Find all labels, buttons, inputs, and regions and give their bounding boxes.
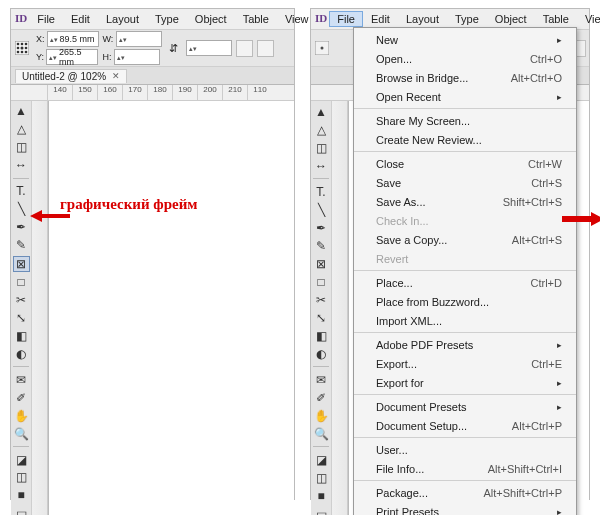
right-window: ID File Edit Layout Type Object Table Vi… bbox=[310, 8, 590, 500]
tool-divider bbox=[313, 446, 329, 447]
reference-point-icon[interactable] bbox=[14, 40, 30, 56]
line-tool[interactable]: ╲ bbox=[313, 202, 329, 217]
menu-object[interactable]: Object bbox=[487, 11, 535, 27]
menu-item-open[interactable]: Open...Ctrl+O bbox=[354, 49, 576, 68]
close-icon[interactable]: ✕ bbox=[112, 71, 120, 81]
menu-item-document-presets[interactable]: Document Presets▸ bbox=[354, 397, 576, 416]
zoom-tool[interactable]: 🔍 bbox=[313, 426, 329, 441]
scale-x-field[interactable]: ▴▾ bbox=[186, 40, 232, 56]
canvas[interactable] bbox=[48, 101, 294, 515]
free-transform-tool[interactable]: ⤡ bbox=[13, 311, 29, 326]
rectangle-tool[interactable]: □ bbox=[313, 274, 329, 289]
svg-point-5 bbox=[21, 47, 24, 50]
menu-file-active[interactable]: File bbox=[329, 11, 363, 27]
document-tab[interactable]: Untitled-2 @ 102% ✕ bbox=[15, 69, 127, 83]
menu-file[interactable]: File bbox=[29, 11, 63, 27]
gradient-feather-tool[interactable]: ◐ bbox=[313, 346, 329, 361]
menu-table[interactable]: Table bbox=[235, 11, 277, 27]
menu-item-save-a-copy[interactable]: Save a Copy...Alt+Ctrl+S bbox=[354, 230, 576, 249]
menu-item-save[interactable]: SaveCtrl+S bbox=[354, 173, 576, 192]
direct-selection-tool[interactable]: △ bbox=[313, 122, 329, 137]
scissors-tool[interactable]: ✂ bbox=[13, 293, 29, 308]
default-fill-stroke[interactable]: ◫ bbox=[313, 470, 329, 485]
menu-item-open-recent[interactable]: Open Recent▸ bbox=[354, 87, 576, 106]
x-field[interactable]: ▴▾89.5 mm bbox=[47, 31, 99, 47]
menu-item-document-setup[interactable]: Document Setup...Alt+Ctrl+P bbox=[354, 416, 576, 435]
menu-layout[interactable]: Layout bbox=[398, 11, 447, 27]
page-tool[interactable]: ◫ bbox=[313, 140, 329, 155]
menu-table[interactable]: Table bbox=[535, 11, 577, 27]
scissors-tool[interactable]: ✂ bbox=[313, 292, 329, 307]
menu-object[interactable]: Object bbox=[187, 11, 235, 27]
menu-item-place-from-buzzword[interactable]: Place from Buzzword... bbox=[354, 292, 576, 311]
menu-item-label: Save a Copy... bbox=[376, 234, 512, 246]
menu-layout[interactable]: Layout bbox=[98, 11, 147, 27]
rectangle-frame-tool[interactable]: ⊠ bbox=[313, 256, 329, 271]
menu-item-close[interactable]: CloseCtrl+W bbox=[354, 154, 576, 173]
link-icon[interactable]: ⇵ bbox=[166, 40, 182, 56]
gradient-swatch-tool[interactable]: ◧ bbox=[13, 328, 29, 343]
menu-item-label: Import XML... bbox=[376, 315, 562, 327]
menu-item-file-info[interactable]: File Info...Alt+Shift+Ctrl+I bbox=[354, 459, 576, 478]
menu-edit[interactable]: Edit bbox=[63, 11, 98, 27]
menu-type[interactable]: Type bbox=[447, 11, 487, 27]
rotate-icon[interactable] bbox=[257, 40, 274, 57]
pen-tool[interactable]: ✒ bbox=[313, 220, 329, 235]
fill-stroke[interactable]: ◪ bbox=[313, 452, 329, 467]
screen-mode[interactable]: ▭ bbox=[13, 506, 29, 515]
menu-item-new[interactable]: New▸ bbox=[354, 30, 576, 49]
eyedropper-tool[interactable]: ✐ bbox=[13, 390, 29, 405]
h-field[interactable]: ▴▾ bbox=[114, 49, 160, 65]
default-fill-stroke[interactable]: ◫ bbox=[13, 470, 29, 485]
y-field[interactable]: ▴▾265.5 mm bbox=[46, 49, 98, 65]
direct-selection-tool[interactable]: △ bbox=[13, 122, 29, 137]
gap-tool[interactable]: ↔ bbox=[313, 158, 329, 173]
gradient-swatch-tool[interactable]: ◧ bbox=[313, 328, 329, 343]
menu-item-share-my-screen[interactable]: Share My Screen... bbox=[354, 111, 576, 130]
menu-item-package[interactable]: Package...Alt+Shift+Ctrl+P bbox=[354, 483, 576, 502]
hand-tool[interactable]: ✋ bbox=[313, 408, 329, 423]
note-tool[interactable]: ✉ bbox=[13, 372, 29, 387]
zoom-tool[interactable]: 🔍 bbox=[13, 426, 29, 441]
rectangle-frame-tool[interactable]: ⊠ bbox=[13, 256, 30, 272]
file-menu-dropdown[interactable]: New▸Open...Ctrl+OBrowse in Bridge...Alt+… bbox=[353, 27, 577, 515]
type-tool[interactable]: T. bbox=[313, 184, 329, 199]
apply-color[interactable]: ■ bbox=[313, 488, 329, 503]
selection-tool[interactable]: ▲ bbox=[13, 104, 29, 119]
svg-point-1 bbox=[17, 43, 20, 46]
menu-item-adobe-pdf-presets[interactable]: Adobe PDF Presets▸ bbox=[354, 335, 576, 354]
menu-item-create-new-review[interactable]: Create New Review... bbox=[354, 130, 576, 149]
rectangle-tool[interactable]: □ bbox=[13, 275, 29, 290]
apply-color[interactable]: ■ bbox=[13, 488, 29, 503]
menu-item-place[interactable]: Place...Ctrl+D bbox=[354, 273, 576, 292]
menu-item-browse-in-bridge[interactable]: Browse in Bridge...Alt+Ctrl+O bbox=[354, 68, 576, 87]
menu-item-save-as[interactable]: Save As...Shift+Ctrl+S bbox=[354, 192, 576, 211]
selection-tool[interactable]: ▲ bbox=[313, 104, 329, 119]
gap-tool[interactable]: ↔ bbox=[13, 158, 29, 173]
note-tool[interactable]: ✉ bbox=[313, 372, 329, 387]
menu-item-import-xml[interactable]: Import XML... bbox=[354, 311, 576, 330]
reference-point-icon[interactable] bbox=[314, 40, 330, 56]
menu-edit[interactable]: Edit bbox=[363, 11, 398, 27]
pencil-tool[interactable]: ✎ bbox=[13, 238, 29, 253]
line-tool[interactable]: ╲ bbox=[13, 202, 29, 217]
pen-tool[interactable]: ✒ bbox=[13, 220, 29, 235]
gradient-feather-tool[interactable]: ◐ bbox=[13, 346, 29, 361]
page-tool[interactable]: ◫ bbox=[13, 140, 29, 155]
flip-icon[interactable] bbox=[236, 40, 253, 57]
free-transform-tool[interactable]: ⤡ bbox=[313, 310, 329, 325]
menu-item-print-presets[interactable]: Print Presets▸ bbox=[354, 502, 576, 515]
w-field[interactable]: ▴▾ bbox=[116, 31, 162, 47]
menu-type[interactable]: Type bbox=[147, 11, 187, 27]
fill-stroke[interactable]: ◪ bbox=[13, 452, 29, 467]
menu-item-export-for[interactable]: Export for▸ bbox=[354, 373, 576, 392]
menu-item-export[interactable]: Export...Ctrl+E bbox=[354, 354, 576, 373]
submenu-arrow-icon: ▸ bbox=[557, 402, 562, 412]
hand-tool[interactable]: ✋ bbox=[13, 408, 29, 423]
type-tool[interactable]: T. bbox=[13, 184, 29, 199]
pencil-tool[interactable]: ✎ bbox=[313, 238, 329, 253]
eyedropper-tool[interactable]: ✐ bbox=[313, 390, 329, 405]
menu-view[interactable]: View bbox=[577, 11, 600, 27]
menu-item-user[interactable]: User... bbox=[354, 440, 576, 459]
screen-mode[interactable]: ▭ bbox=[313, 506, 329, 515]
